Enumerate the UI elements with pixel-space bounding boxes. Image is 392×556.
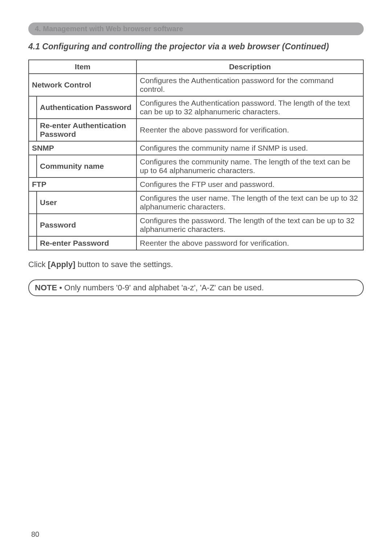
indent-cell bbox=[29, 191, 37, 214]
table-row: Re-enter Password Reenter the above pass… bbox=[29, 236, 363, 250]
item-cell: Password bbox=[37, 214, 136, 236]
item-cell: Community name bbox=[37, 155, 136, 177]
item-cell: Re-enter Password bbox=[37, 236, 136, 250]
item-cell: Re-enter Authentication Password bbox=[37, 119, 136, 141]
apply-post: button to save the settings. bbox=[75, 260, 173, 269]
indent-cell bbox=[29, 214, 37, 236]
item-cell: FTP bbox=[29, 177, 136, 191]
desc-cell: Configures the password. The length of t… bbox=[136, 214, 363, 236]
table-row: SNMP Configures the community name if SN… bbox=[29, 141, 363, 155]
note-label: NOTE bbox=[35, 283, 57, 292]
desc-cell: Reenter the above password for verificat… bbox=[136, 236, 363, 250]
table-row: Network Control Configures the Authentic… bbox=[29, 74, 363, 96]
th-item: Item bbox=[29, 60, 136, 74]
desc-cell: Configures the community name. The lengt… bbox=[136, 155, 363, 177]
item-cell: User bbox=[37, 191, 136, 214]
item-cell: SNMP bbox=[29, 141, 136, 155]
desc-cell: Configures the community name if SNMP is… bbox=[136, 141, 363, 155]
indent-cell bbox=[29, 155, 37, 177]
table-row: Password Configures the password. The le… bbox=[29, 214, 363, 236]
desc-cell: Configures the Authentication password f… bbox=[136, 74, 363, 96]
apply-pre: Click bbox=[28, 260, 48, 269]
desc-cell: Configures the user name. The length of … bbox=[136, 191, 363, 214]
desc-cell: Reenter the above password for verificat… bbox=[136, 119, 363, 141]
item-cell: Authentication Password bbox=[37, 96, 136, 119]
apply-bold: [Apply] bbox=[48, 260, 75, 269]
note-text: • Only numbers '0-9' and alphabet 'a-z',… bbox=[57, 283, 264, 292]
note-box: NOTE • Only numbers '0-9' and alphabet '… bbox=[28, 279, 364, 296]
item-cell: Network Control bbox=[29, 74, 136, 96]
indent-cell bbox=[29, 236, 37, 250]
indent-cell bbox=[29, 96, 37, 119]
chapter-banner: 4. Management with Web browser software bbox=[28, 23, 364, 35]
table-row: FTP Configures the FTP user and password… bbox=[29, 177, 363, 191]
table-row: Community name Configures the community … bbox=[29, 155, 363, 177]
section-title: 4.1 Configuring and controlling the proj… bbox=[28, 42, 364, 52]
desc-cell: Configures the Authentication password. … bbox=[136, 96, 363, 119]
table-row: User Configures the user name. The lengt… bbox=[29, 191, 363, 214]
table-row: Authentication Password Configures the A… bbox=[29, 96, 363, 119]
desc-cell: Configures the FTP user and password. bbox=[136, 177, 363, 191]
table-row: Re-enter Authentication Password Reenter… bbox=[29, 119, 363, 141]
indent-cell bbox=[29, 119, 37, 141]
settings-table: Item Description Network Control Configu… bbox=[28, 60, 364, 250]
th-description: Description bbox=[136, 60, 363, 74]
page-number: 80 bbox=[31, 530, 39, 539]
apply-text: Click [Apply] button to save the setting… bbox=[28, 260, 364, 269]
chapter-banner-text: 4. Management with Web browser software bbox=[35, 25, 183, 33]
